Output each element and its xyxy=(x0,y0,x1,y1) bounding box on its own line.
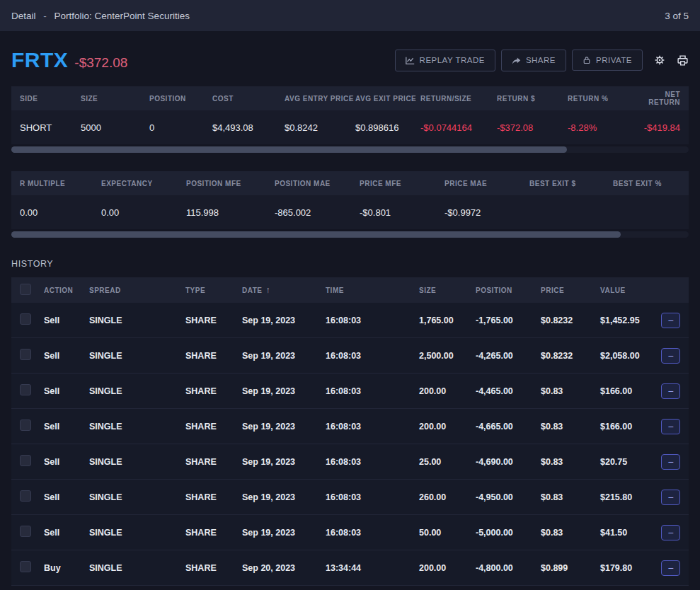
remove-row-button[interactable]: − xyxy=(661,454,680,470)
cell-date: Sep 19, 2023 xyxy=(242,528,326,538)
cell-date: Sep 19, 2023 xyxy=(242,422,326,432)
lock-icon xyxy=(583,56,591,64)
cell-price-mae: -$0.9972 xyxy=(444,207,529,218)
private-button[interactable]: PRIVATE xyxy=(572,50,643,71)
row-checkbox[interactable] xyxy=(20,420,31,431)
cell-size: 5000 xyxy=(81,122,149,133)
cell-position: -1,765.00 xyxy=(476,316,541,325)
cell-price: $0.8232 xyxy=(541,351,600,361)
history-title: HISTORY xyxy=(11,259,689,269)
date-header-label: DATE xyxy=(242,287,262,294)
print-icon[interactable] xyxy=(677,54,689,66)
stats-horizontal-scrollbar[interactable] xyxy=(11,231,689,238)
cell-value: $2,058.00 xyxy=(600,351,652,361)
col-header-price-mfe: PRICE MFE xyxy=(360,180,444,187)
row-checkbox[interactable] xyxy=(20,490,31,502)
cell-value: $179.80 xyxy=(600,563,652,573)
cell-spread: SINGLE xyxy=(89,351,185,361)
scrollbar-thumb[interactable] xyxy=(11,146,567,153)
sort-ascending-icon[interactable]: ↑ xyxy=(265,285,270,295)
share-button[interactable]: SHARE xyxy=(501,50,566,71)
cell-type: SHARE xyxy=(185,563,242,573)
col-header-net-return: NET RETURN xyxy=(637,91,680,106)
stats-table-header: R MULTIPLE EXPECTANCY POSITION MFE POSIT… xyxy=(11,171,689,195)
cell-position-mae: -865.002 xyxy=(275,207,360,218)
remove-row-button[interactable]: − xyxy=(661,313,680,328)
summary-row: SHORT 5000 0 $4,493.08 $0.8242 $0.898616… xyxy=(11,110,689,144)
cell-action: Buy xyxy=(44,563,89,573)
cell-price: $0.8232 xyxy=(541,316,600,325)
col-header-spread: SPREAD xyxy=(89,287,185,294)
history-table-header: ACTION SPREAD TYPE DATE ↑ TIME SIZE POSI… xyxy=(11,277,689,303)
cell-size: 50.00 xyxy=(419,528,476,538)
row-checkbox[interactable] xyxy=(20,561,31,572)
cell-size: 260.00 xyxy=(419,492,476,502)
remove-row-button[interactable]: − xyxy=(661,383,680,399)
col-header-position: POSITION xyxy=(149,95,212,103)
col-header-best-exit-pct: BEST EXIT % xyxy=(613,180,680,187)
cell-type: SHARE xyxy=(185,457,242,467)
col-header-return-pct: RETURN % xyxy=(568,95,637,103)
cell-spread: SINGLE xyxy=(89,528,185,538)
history-row: Buy SINGLE SHARE Sep 20, 2023 13:34:44 2… xyxy=(11,550,689,586)
col-header-time: TIME xyxy=(326,287,419,294)
trade-pnl: -$372.08 xyxy=(74,55,127,71)
remove-row-button[interactable]: − xyxy=(661,560,680,576)
cell-position: -5,000.00 xyxy=(476,528,541,538)
cell-price: $0.83 xyxy=(541,528,600,538)
row-checkbox[interactable] xyxy=(20,455,31,466)
cell-return-usd: -$372.08 xyxy=(497,122,568,133)
scrollbar-thumb[interactable] xyxy=(11,231,621,238)
remove-row-button[interactable]: − xyxy=(661,348,680,364)
cell-spread: SINGLE xyxy=(89,386,185,396)
settings-gear-icon[interactable] xyxy=(654,54,665,66)
cell-value: $215.80 xyxy=(600,492,652,502)
topbar: Detail - Portfolio: CenterPoint Securiti… xyxy=(0,0,700,31)
col-header-date[interactable]: DATE ↑ xyxy=(242,285,326,295)
cell-position: -4,950.00 xyxy=(476,492,541,502)
cell-date: Sep 19, 2023 xyxy=(242,492,326,502)
cell-spread: SINGLE xyxy=(89,563,185,573)
row-checkbox[interactable] xyxy=(20,526,31,537)
select-all-checkbox[interactable] xyxy=(20,284,31,295)
cell-date: Sep 19, 2023 xyxy=(242,351,326,361)
row-checkbox[interactable] xyxy=(20,313,31,325)
history-row: Sell SINGLE SHARE Sep 19, 2023 16:08:03 … xyxy=(11,303,689,338)
cell-time: 16:08:03 xyxy=(326,386,419,396)
col-header-avg-entry-price: AVG ENTRY PRICE xyxy=(285,95,355,103)
remove-row-button[interactable]: − xyxy=(661,525,680,540)
col-header-size: SIZE xyxy=(81,95,149,103)
remove-row-button[interactable]: − xyxy=(661,419,680,434)
cell-action: Sell xyxy=(44,351,89,361)
history-row: Sell SINGLE SHARE Sep 19, 2023 16:08:03 … xyxy=(11,515,689,550)
breadcrumb-detail[interactable]: Detail xyxy=(11,11,36,21)
share-arrow-icon xyxy=(512,56,521,65)
cell-price-mfe: -$0.801 xyxy=(360,207,444,218)
cell-time: 16:08:03 xyxy=(326,351,419,361)
cell-position-mfe: 115.998 xyxy=(186,207,275,218)
cell-action: Sell xyxy=(44,492,89,502)
cell-date: Sep 20, 2023 xyxy=(242,563,326,573)
col-header-position-mfe: POSITION MFE xyxy=(186,180,275,187)
history-table: ACTION SPREAD TYPE DATE ↑ TIME SIZE POSI… xyxy=(11,277,689,586)
cell-spread: SINGLE xyxy=(89,316,185,325)
cell-return-pct: -8.28% xyxy=(568,122,637,133)
cell-spread: SINGLE xyxy=(89,492,185,502)
col-header-expectancy: EXPECTANCY xyxy=(101,180,186,187)
cell-action: Sell xyxy=(44,422,89,432)
remove-row-button[interactable]: − xyxy=(661,490,680,505)
history-row: Sell SINGLE SHARE Sep 19, 2023 16:08:03 … xyxy=(11,480,689,515)
cell-net-return: -$419.84 xyxy=(637,122,680,133)
col-header-side: SIDE xyxy=(20,95,81,103)
history-row: Sell SINGLE SHARE Sep 19, 2023 16:08:03 … xyxy=(11,444,689,480)
cell-side: SHORT xyxy=(20,122,81,133)
col-header-price-mae: PRICE MAE xyxy=(444,180,529,187)
summary-horizontal-scrollbar[interactable] xyxy=(11,146,689,153)
replay-trade-button[interactable]: REPLAY TRADE xyxy=(395,50,495,71)
cell-value: $166.00 xyxy=(600,386,652,396)
cell-size: 200.00 xyxy=(419,563,476,573)
row-checkbox[interactable] xyxy=(20,349,31,360)
row-checkbox[interactable] xyxy=(20,384,31,395)
breadcrumb-portfolio[interactable]: Portfolio: CenterPoint Securities xyxy=(54,11,190,21)
cell-type: SHARE xyxy=(185,492,242,502)
